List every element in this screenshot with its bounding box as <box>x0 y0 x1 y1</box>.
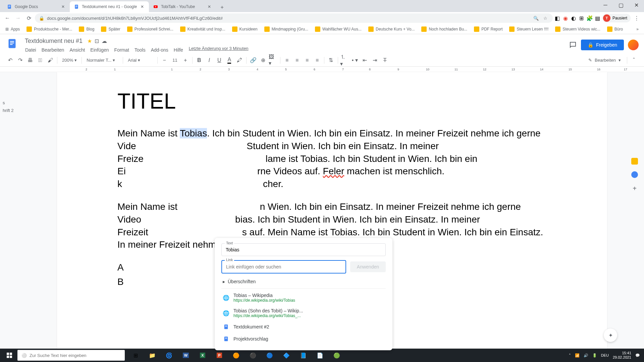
app-icon[interactable]: 📘 <box>295 349 311 362</box>
ruler[interactable]: 2 1 1 2 3 4 5 6 7 8 9 10 11 12 13 14 15 … <box>0 67 644 72</box>
zoom-icon[interactable]: 🔍 <box>533 15 539 21</box>
numbered-list-button[interactable]: ⒈ ▾ <box>340 56 350 65</box>
collapse-toolbar-button[interactable]: ˆ <box>629 56 639 65</box>
editing-mode-select[interactable]: ✎ Bearbeiten ▾ <box>584 56 625 64</box>
line-spacing-button[interactable]: ⇅ <box>326 56 336 65</box>
add-sidebar-button[interactable]: + <box>633 185 637 192</box>
outline-item[interactable]: s <box>3 99 17 107</box>
reading-list-icon[interactable]: ▤ <box>594 15 601 21</box>
url-input[interactable]: 🔒 docs.google.com/document/d/1hUH8k6h7Lb… <box>35 13 553 23</box>
keep-icon[interactable] <box>631 158 638 165</box>
reload-button[interactable]: ⟳ <box>24 13 34 23</box>
clock[interactable]: 15:41 29.02.2021 <box>613 351 631 360</box>
bulleted-list-button[interactable]: • ▾ <box>350 56 360 65</box>
task-view-button[interactable]: ⊞ <box>127 349 144 362</box>
battery-icon[interactable]: 🔋 <box>592 353 597 358</box>
edge-icon[interactable]: 🔷 <box>278 349 294 362</box>
add-comment-button[interactable]: ⊕ <box>259 56 268 65</box>
minimize-button[interactable]: ─ <box>598 0 613 10</box>
print-button[interactable]: 🖶 <box>25 56 35 65</box>
app-icon[interactable]: 📄 <box>312 349 328 362</box>
menu-help[interactable]: Hilfe <box>171 46 185 54</box>
extension-icon[interactable]: ⊞ <box>578 15 585 21</box>
increase-indent-button[interactable]: ⇥ <box>370 56 380 65</box>
document-title[interactable]: Textdokument neu #1 <box>23 37 85 45</box>
align-justify-button[interactable]: ≡ <box>313 56 322 65</box>
extension-icon[interactable]: ◉ <box>562 15 569 21</box>
tasks-icon[interactable] <box>631 171 638 178</box>
bookmark-item[interactable]: Später <box>98 25 123 33</box>
star-icon[interactable]: ☆ <box>542 15 549 21</box>
bookmark-item[interactable]: Büro <box>604 25 626 33</box>
link-suggestion[interactable]: 🌐 Tobias (Sohn des Tobit) – Wikip... htt… <box>221 305 386 321</box>
maximize-button[interactable]: ▢ <box>613 0 629 10</box>
chrome-icon[interactable]: 🔵 <box>262 349 278 362</box>
wifi-icon[interactable]: 📶 <box>575 353 580 358</box>
link-url-input[interactable] <box>221 260 346 274</box>
browser-tab[interactable]: Textdokument neu #1 - Google ✕ <box>70 1 149 12</box>
close-window-button[interactable]: ✕ <box>629 0 644 10</box>
bookmark-item[interactable]: Kursideen <box>229 25 260 33</box>
outline-item[interactable]: hrift 2 <box>3 107 17 114</box>
bookmark-item[interactable]: Noch hochladen Bu... <box>419 25 470 33</box>
extension-icon[interactable]: ◧ <box>554 15 561 21</box>
italic-button[interactable]: I <box>205 56 214 65</box>
headings-expand[interactable]: ▸ Überschriften <box>221 276 386 287</box>
underline-button[interactable]: U <box>215 56 224 65</box>
link-suggestion[interactable]: Textdokument #2 <box>221 321 386 333</box>
obs-icon[interactable]: ⚫ <box>245 349 261 362</box>
bookmark-item[interactable]: Steuern Lesen !!!! <box>506 25 551 33</box>
start-button[interactable] <box>1 349 17 362</box>
menu-addons[interactable]: Add-ons <box>149 46 171 54</box>
menu-file[interactable]: Datei <box>23 46 39 54</box>
close-icon[interactable]: ✕ <box>60 4 66 9</box>
word-icon[interactable]: W <box>178 349 194 362</box>
insert-link-button[interactable]: 🔗 <box>249 56 258 65</box>
highlight-button[interactable]: 🖍 <box>235 56 244 65</box>
menu-insert[interactable]: Einfügen <box>88 46 111 54</box>
bookmark-item[interactable]: Deutsche Kurs + Vo... <box>366 25 417 33</box>
spotify-icon[interactable]: 🟢 <box>329 349 345 362</box>
decrease-font-button[interactable]: − <box>160 56 169 65</box>
close-icon[interactable]: ✕ <box>207 4 212 9</box>
clear-formatting-button[interactable]: T <box>380 56 390 65</box>
new-tab-button[interactable]: + <box>217 3 227 12</box>
align-left-button[interactable]: ≡ <box>282 56 292 65</box>
zoom-select[interactable]: 200% ▾ <box>59 56 79 64</box>
link-text-input[interactable] <box>221 243 386 256</box>
last-edit-info[interactable]: Letzte Änderung vor 3 Minuten <box>189 46 249 54</box>
increase-font-button[interactable]: + <box>181 56 190 65</box>
profile-badge[interactable]: T Pausiert <box>602 14 631 22</box>
bookmark-item[interactable]: Steuern Videos wic... <box>552 25 603 33</box>
bookmark-item[interactable]: Produktsuche - Mer... <box>24 25 75 33</box>
align-right-button[interactable]: ≡ <box>303 56 312 65</box>
star-icon[interactable]: ★ <box>87 38 92 44</box>
insert-image-button[interactable]: 🖼 ▾ <box>269 56 278 65</box>
app-icon[interactable]: 🟠 <box>228 349 244 362</box>
menu-format[interactable]: Format <box>112 46 131 54</box>
language-indicator[interactable]: DEU <box>601 353 609 357</box>
bookmark-item[interactable]: Mindmapping (Gru... <box>262 25 311 33</box>
browser-tab[interactable]: Google Docs ✕ <box>3 1 70 12</box>
tray-expand-icon[interactable]: ˄ <box>569 353 571 358</box>
cloud-status-icon[interactable]: ☁ <box>102 38 107 44</box>
powerpoint-icon[interactable]: P <box>211 349 227 362</box>
comment-history-icon[interactable] <box>569 41 577 49</box>
docs-logo-icon[interactable] <box>5 37 19 50</box>
menu-view[interactable]: Ansicht <box>67 46 87 54</box>
font-select[interactable]: Arial ▾ <box>125 56 155 64</box>
apps-button[interactable]: ⊞Apps <box>3 25 22 33</box>
browser-tab[interactable]: TobiTalk - YouTube ✕ <box>149 1 216 12</box>
spellcheck-button[interactable]: Ａ̌ <box>36 56 45 65</box>
font-size-input[interactable]: 11 <box>170 56 180 64</box>
style-select[interactable]: Normaler T... ▾ <box>84 56 121 64</box>
bookmark-overflow[interactable]: » <box>634 25 641 33</box>
link-suggestion[interactable]: 🌐 Tobias – Wikipedia https://de.wikipedi… <box>221 290 386 305</box>
undo-button[interactable]: ↶ <box>5 56 15 65</box>
back-button[interactable]: ← <box>3 13 12 23</box>
forward-button[interactable]: → <box>13 13 23 23</box>
decrease-indent-button[interactable]: ⇤ <box>360 56 370 65</box>
edge-icon[interactable]: 🌀 <box>161 349 177 362</box>
excel-icon[interactable]: X <box>195 349 211 362</box>
bookmark-item[interactable]: Wahlfächer WU Aus... <box>312 25 364 33</box>
